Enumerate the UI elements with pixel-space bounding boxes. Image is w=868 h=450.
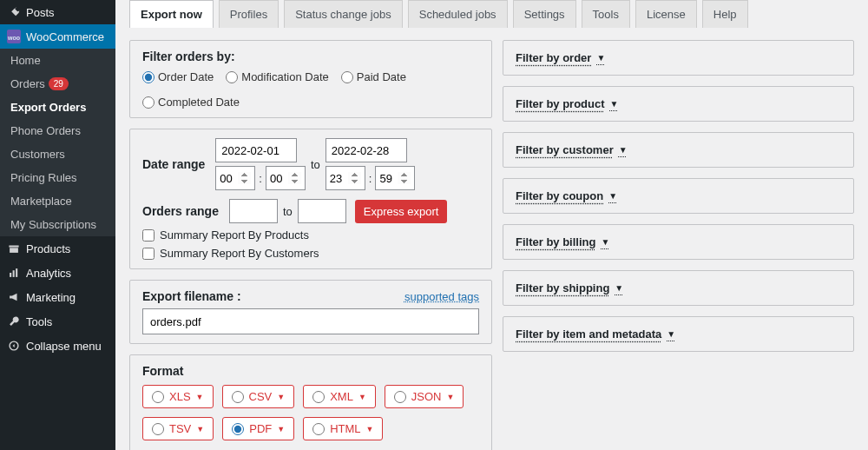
chevron-down-icon: ▼	[196, 425, 204, 433]
chevron-down-icon: ▼	[615, 283, 623, 293]
woocommerce-icon: woo	[7, 30, 21, 43]
filename-input[interactable]	[142, 308, 479, 334]
filter-by-billing[interactable]: Filter by billing▼	[503, 224, 854, 260]
sidebar-item-analytics[interactable]: Analytics	[0, 261, 115, 285]
sidebar-sub-pricing-rules[interactable]: Pricing Rules	[0, 166, 115, 189]
check-summary-customers[interactable]	[142, 248, 155, 260]
sidebar-sub-export-orders[interactable]: Export Orders	[0, 96, 115, 119]
sidebar-sub-phone-orders[interactable]: Phone Orders	[0, 119, 115, 142]
check-summary-products[interactable]	[142, 229, 155, 242]
radio-paid-date[interactable]: Paid Date	[341, 70, 406, 83]
orders-count-badge: 29	[49, 77, 69, 90]
sidebar-item-marketing[interactable]: Marketing	[0, 285, 115, 309]
to-date-input[interactable]	[326, 138, 407, 162]
chevron-down-icon: ▼	[446, 393, 454, 401]
from-hour-input[interactable]	[215, 166, 255, 190]
tabs: Export now Profiles Status change jobs S…	[129, 0, 854, 28]
format-html[interactable]: HTML▼	[303, 417, 383, 440]
svg-rect-3	[13, 270, 15, 277]
format-csv[interactable]: CSV▼	[222, 385, 295, 408]
format-pdf[interactable]: PDF▼	[222, 417, 294, 440]
radio-modification-date[interactable]: Modification Date	[226, 70, 328, 83]
tab-license[interactable]: License	[635, 0, 697, 28]
chevron-down-icon: ▼	[608, 191, 617, 201]
main-content: Export now Profiles Status change jobs S…	[115, 0, 868, 450]
collapse-icon	[7, 339, 21, 353]
format-xls[interactable]: XLS▼	[142, 385, 214, 408]
panel-filename: Export filename : supported tags	[129, 280, 492, 344]
chevron-down-icon: ▼	[277, 425, 285, 433]
sidebar-item-collapse[interactable]: Collapse menu	[0, 334, 115, 358]
svg-rect-2	[10, 273, 11, 277]
tab-export-now[interactable]: Export now	[129, 0, 214, 28]
wrench-icon	[7, 314, 21, 328]
panel-filter-orders-by: Filter orders by: Order Date Modificatio…	[129, 40, 492, 118]
chevron-down-icon: ▼	[196, 393, 204, 401]
chevron-down-icon: ▼	[667, 329, 675, 339]
filter-by-label: Filter orders by:	[142, 50, 479, 63]
tab-scheduled[interactable]: Scheduled jobs	[408, 0, 508, 28]
sidebar-sub-marketplace[interactable]: Marketplace	[0, 189, 115, 213]
sidebar-label: WooCommerce	[26, 30, 104, 43]
orders-from-input[interactable]	[229, 199, 278, 223]
panel-date-range: Date range : to :	[129, 129, 492, 269]
tab-profiles[interactable]: Profiles	[219, 0, 279, 28]
radio-completed-date[interactable]: Completed Date	[142, 96, 240, 109]
sidebar-item-woocommerce[interactable]: woo WooCommerce	[0, 24, 115, 49]
chevron-down-icon: ▼	[277, 393, 285, 401]
sidebar-label: Posts	[26, 6, 55, 19]
filter-by-shipping[interactable]: Filter by shipping▼	[503, 270, 854, 306]
svg-rect-1	[10, 248, 18, 253]
sidebar-sub-orders[interactable]: Orders 29	[0, 72, 115, 96]
chart-icon	[7, 266, 21, 280]
format-json[interactable]: JSON▼	[385, 385, 464, 408]
to-hour-input[interactable]	[326, 166, 365, 190]
from-date-input[interactable]	[215, 138, 297, 162]
chevron-down-icon: ▼	[619, 145, 628, 155]
sidebar-sub-customers[interactable]: Customers	[0, 142, 115, 166]
sidebar-submenu: Home Orders 29 Export Orders Phone Order…	[0, 49, 115, 236]
filename-label: Export filename :	[142, 289, 241, 303]
format-xml[interactable]: XML▼	[303, 385, 376, 408]
format-tsv[interactable]: TSV▼	[142, 417, 214, 440]
filter-by-customer[interactable]: Filter by customer▼	[503, 132, 854, 168]
chevron-down-icon: ▼	[358, 393, 366, 401]
radio-order-date[interactable]: Order Date	[142, 70, 214, 83]
svg-rect-0	[9, 246, 18, 248]
admin-sidebar: Posts woo WooCommerce Home Orders 29 Exp…	[0, 0, 115, 450]
svg-rect-4	[16, 268, 17, 277]
tab-settings[interactable]: Settings	[513, 0, 576, 28]
archive-icon	[7, 242, 21, 255]
express-export-button[interactable]: Express export	[355, 200, 448, 223]
format-label: Format	[142, 364, 479, 378]
orders-to-input[interactable]	[298, 199, 346, 223]
chevron-down-icon: ▼	[366, 425, 374, 433]
sidebar-label: Analytics	[26, 267, 71, 280]
chevron-down-icon: ▼	[596, 53, 605, 63]
sidebar-item-posts[interactable]: Posts	[0, 0, 115, 24]
sidebar-label: Collapse menu	[26, 340, 102, 353]
filter-by-order[interactable]: Filter by order▼	[503, 40, 854, 76]
sidebar-sub-home[interactable]: Home	[0, 49, 115, 72]
orders-range-label: Orders range	[142, 204, 219, 218]
megaphone-icon	[7, 290, 21, 304]
to-min-input[interactable]	[375, 166, 415, 190]
filter-by-product[interactable]: Filter by product▼	[503, 86, 854, 122]
tab-status-change[interactable]: Status change jobs	[284, 0, 403, 28]
chevron-down-icon: ▼	[601, 237, 609, 247]
to-text: to	[311, 158, 320, 171]
tab-help[interactable]: Help	[702, 0, 748, 28]
date-range-label: Date range	[142, 157, 205, 171]
tab-tools[interactable]: Tools	[582, 0, 630, 28]
supported-tags-link[interactable]: supported tags	[404, 290, 479, 303]
sidebar-sub-subscriptions[interactable]: My Subscriptions	[0, 213, 115, 236]
filter-by-coupon[interactable]: Filter by coupon▼	[503, 178, 854, 214]
sidebar-item-tools[interactable]: Tools	[0, 309, 115, 334]
filter-by-item-metadata[interactable]: Filter by item and metadata▼	[503, 316, 854, 352]
sidebar-item-products[interactable]: Products	[0, 236, 115, 261]
sidebar-label: Products	[26, 242, 70, 255]
from-min-input[interactable]	[266, 166, 306, 190]
pin-icon	[7, 5, 21, 19]
panel-format: Format XLS▼ CSV▼ XML▼ JSON▼ TSV▼ PDF▼ HT…	[129, 354, 492, 450]
sidebar-label: Marketing	[26, 291, 76, 304]
